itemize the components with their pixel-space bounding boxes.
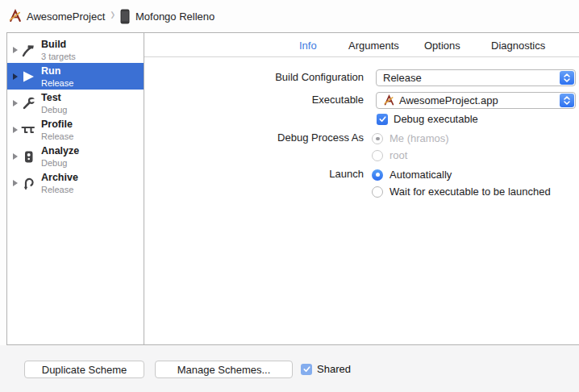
sidebar-item-sublabel: Debug bbox=[41, 104, 67, 115]
debug-process-as-label: Debug Process As bbox=[193, 131, 364, 144]
tab-diagnostics[interactable]: Diagnostics bbox=[491, 40, 545, 52]
xcode-project-icon bbox=[383, 94, 395, 106]
sidebar-item-sublabel: Debug bbox=[41, 157, 79, 169]
sidebar-item-sublabel: Release bbox=[41, 77, 73, 89]
sidebar-item-profile[interactable]: Profile Release bbox=[7, 116, 144, 143]
debug-process-root-radio bbox=[372, 150, 383, 161]
analyzer-icon bbox=[19, 148, 37, 165]
launch-label: Launch bbox=[193, 168, 364, 181]
sidebar-item-sublabel: 3 targets bbox=[41, 51, 76, 62]
launch-automatically-radio[interactable] bbox=[372, 169, 383, 181]
footer-bar: Duplicate Scheme Manage Schemes... Share… bbox=[0, 345, 579, 392]
launch-wait-label: Wait for executable to be launched bbox=[389, 186, 551, 198]
scheme-detail-pane: Info Arguments Options Diagnostics Build… bbox=[144, 33, 579, 344]
disclosure-triangle-icon[interactable] bbox=[13, 47, 18, 53]
sidebar-item-sublabel: Release bbox=[41, 131, 73, 142]
disclosure-triangle-icon[interactable] bbox=[13, 127, 18, 133]
breadcrumb: AwesomeProject › Mofongo Relleno bbox=[0, 0, 579, 32]
duplicate-scheme-button[interactable]: Duplicate Scheme bbox=[24, 361, 144, 378]
xcode-project-icon bbox=[8, 9, 23, 23]
popup-value: AwesomeProject.app bbox=[399, 94, 498, 106]
scheme-actions-sidebar: Build 3 targets Run Release bbox=[7, 33, 144, 344]
tab-options[interactable]: Options bbox=[424, 40, 460, 52]
popup-stepper-icon bbox=[560, 71, 574, 85]
launch-wait-radio[interactable] bbox=[372, 186, 383, 198]
debug-process-root-label: root bbox=[389, 149, 407, 161]
disclosure-triangle-icon[interactable] bbox=[13, 100, 18, 106]
tab-bar: Info Arguments Options Diagnostics bbox=[144, 33, 579, 57]
sidebar-item-sublabel: Release bbox=[41, 184, 78, 195]
build-configuration-popup[interactable]: Release bbox=[376, 69, 576, 86]
executable-label: Executable bbox=[193, 94, 364, 106]
sidebar-item-label: Build bbox=[41, 39, 76, 50]
sidebar-item-label: Analyze bbox=[41, 145, 79, 156]
debug-executable-checkbox[interactable] bbox=[377, 114, 388, 125]
sidebar-item-analyze[interactable]: Analyze Debug bbox=[7, 143, 144, 169]
shared-label: Shared bbox=[317, 363, 351, 375]
sidebar-item-build[interactable]: Build 3 targets bbox=[7, 36, 144, 63]
launch-wait-row: Wait for executable to be launched bbox=[372, 186, 551, 198]
archive-icon bbox=[19, 174, 37, 192]
debug-executable-row: Debug executable bbox=[377, 113, 478, 125]
launch-automatically-row: Automatically bbox=[372, 169, 452, 181]
shared-checkbox[interactable] bbox=[301, 364, 312, 375]
sidebar-item-label: Test bbox=[41, 92, 67, 103]
sidebar-item-label: Run bbox=[41, 65, 73, 77]
tab-arguments[interactable]: Arguments bbox=[348, 40, 399, 52]
executable-popup[interactable]: AwesomeProject.app bbox=[376, 92, 576, 109]
manage-schemes-button[interactable]: Manage Schemes... bbox=[155, 361, 293, 378]
shared-row: Shared bbox=[301, 363, 351, 375]
debug-process-me-row: Me (hramos) bbox=[372, 132, 449, 144]
breadcrumb-separator-icon: › bbox=[111, 6, 115, 26]
sidebar-item-label: Profile bbox=[41, 119, 73, 130]
sidebar-item-run[interactable]: Run Release bbox=[7, 63, 144, 90]
debug-executable-label: Debug executable bbox=[394, 113, 478, 125]
tab-info[interactable]: Info bbox=[299, 40, 317, 52]
disclosure-triangle-icon[interactable] bbox=[13, 73, 18, 80]
build-configuration-label: Build Configuration bbox=[193, 71, 364, 84]
wrench-icon bbox=[19, 94, 37, 112]
debug-process-me-label: Me (hramos) bbox=[389, 132, 449, 144]
disclosure-triangle-icon[interactable] bbox=[13, 153, 18, 160]
popup-value: Release bbox=[383, 72, 422, 84]
disclosure-triangle-icon[interactable] bbox=[13, 180, 18, 186]
popup-stepper-icon bbox=[560, 94, 574, 107]
breadcrumb-scheme[interactable]: Mofongo Relleno bbox=[135, 10, 215, 23]
play-icon bbox=[19, 68, 37, 85]
launch-automatically-label: Automatically bbox=[389, 169, 452, 181]
device-phone-icon bbox=[120, 9, 130, 24]
debug-process-root-row: root bbox=[372, 149, 407, 161]
sidebar-item-test[interactable]: Test Debug bbox=[7, 90, 144, 116]
sidebar-item-archive[interactable]: Archive Release bbox=[7, 169, 144, 196]
scheme-editor-panel: Build 3 targets Run Release bbox=[6, 32, 579, 345]
breadcrumb-project[interactable]: AwesomeProject bbox=[27, 10, 105, 23]
sidebar-item-label: Archive bbox=[41, 172, 78, 183]
hammer-icon bbox=[19, 41, 37, 59]
caliper-icon bbox=[19, 121, 37, 139]
debug-process-me-radio bbox=[372, 133, 383, 144]
